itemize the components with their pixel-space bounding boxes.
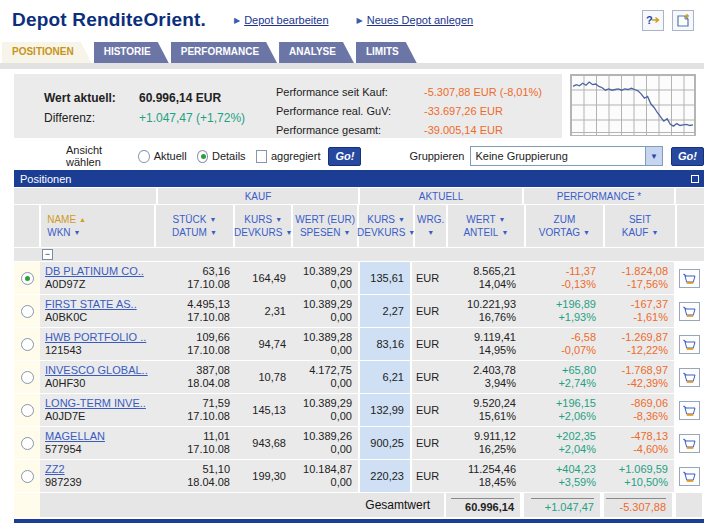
column-header-wert-spesen[interactable]: WERT (EUR) SPESEN▼ (293, 205, 357, 247)
gruppieren-selected-value: Keine Gruppierung (471, 150, 645, 162)
position-name-link[interactable]: FIRST STATE AS.. (45, 298, 153, 311)
seit-kauf-pct-value: -17,56% (627, 278, 668, 291)
new-depot-icon[interactable] (672, 10, 694, 31)
checkbox-aggregiert-label[interactable]: aggregiert (271, 150, 321, 162)
footer-spacer (14, 493, 40, 517)
order-basket-button[interactable] (679, 302, 700, 321)
gruppieren-select[interactable]: Keine Gruppierung ▼ (470, 146, 663, 166)
order-basket-button[interactable] (679, 434, 700, 453)
help-arrow-glyph: ? (645, 13, 661, 27)
kurs-aktuell-value: 83,16 (376, 338, 404, 351)
go-button-gruppieren[interactable]: Go! (671, 147, 704, 166)
tab-analyse[interactable]: ANALYSE (279, 42, 354, 63)
tab-historie[interactable]: HISTORIE (94, 42, 169, 63)
column-header-wert-anteil[interactable]: WERT▼ ANTEIL▼ (448, 205, 524, 247)
kurs-aktuell-value: 2,27 (383, 305, 404, 318)
row-select-radio[interactable] (21, 404, 34, 417)
radio-aktuell-label[interactable]: Aktuell (154, 150, 187, 162)
order-basket-button[interactable] (679, 269, 700, 288)
collapse-panel-icon[interactable] (691, 175, 699, 183)
link-neues-depot[interactable]: ▶ Neues Depot anlegen (357, 14, 474, 26)
basket-icon (682, 338, 697, 351)
order-basket-button[interactable] (679, 467, 700, 486)
collapse-group-icon[interactable]: − (42, 249, 53, 260)
anteil-value: 14,04% (479, 278, 516, 291)
row-select-radio[interactable] (21, 272, 34, 285)
go-button-ansicht[interactable]: Go! (328, 147, 361, 166)
column-header-wrg[interactable]: WRG. ▼ (415, 205, 446, 247)
sort-desc-icon: ▼ (74, 226, 81, 239)
anteil-value: 14,95% (479, 344, 516, 357)
wert-kauf-value: 4.172,75 (309, 364, 352, 377)
column-header-kurs-devkurs-aktuell[interactable]: KURS▼ DEVKURS▼ (359, 205, 413, 247)
seit-kauf-abs-value: +1.069,59 (619, 463, 668, 476)
sort-desc-icon: ▼ (285, 226, 292, 239)
link-depot-bearbeiten-label[interactable]: Depot bearbeiten (244, 14, 328, 26)
kurs-aktuell-value: 132,99 (370, 404, 404, 417)
header-radio-spacer (14, 205, 39, 247)
position-name-link[interactable]: DB PLATINUM CO.. (45, 265, 153, 278)
tab-positionen[interactable]: POSITIONEN (2, 42, 92, 63)
column-header-seit-kauf[interactable]: SEIT KAUF▼ (605, 205, 675, 247)
waehrung-value: EUR (416, 404, 444, 417)
column-header-stueck-datum[interactable]: STÜCK▼ DATUM▼ (156, 205, 233, 247)
sort-desc-icon: ▼ (343, 226, 350, 239)
arrow-right-icon: ▶ (357, 16, 363, 25)
radio-aktuell[interactable] (138, 150, 149, 163)
checkbox-aggregiert[interactable] (256, 150, 267, 163)
order-basket-button[interactable] (679, 335, 700, 354)
row-select-radio[interactable] (21, 371, 34, 384)
vortag-abs-value: +196,15 (556, 397, 596, 410)
footer-spacer (674, 493, 702, 517)
header-kurs-label: KURS (244, 213, 272, 226)
link-depot-bearbeiten[interactable]: ▶ Depot bearbeiten (234, 14, 329, 26)
order-basket-button[interactable] (679, 368, 700, 387)
seit-kauf-abs-value: -1.824,08 (622, 265, 668, 278)
perf-seit-kauf-value: -5.307,88 EUR (-8,01%) (424, 83, 542, 102)
position-name-link[interactable]: HWB PORTFOLIO .. (45, 331, 153, 344)
link-neues-depot-label[interactable]: Neues Depot anlegen (367, 14, 473, 26)
stueck-value: 387,08 (196, 364, 230, 377)
datum-value: 17.10.08 (187, 311, 230, 324)
header-zum-label: ZUM (554, 213, 576, 226)
row-select-radio[interactable] (21, 470, 34, 483)
gesamt-vortag-value: +1.047,47 (531, 498, 594, 513)
kurs-aktuell-value: 220,23 (370, 470, 404, 483)
header-datum-label: DATUM (172, 226, 207, 239)
radio-details-label[interactable]: Details (212, 150, 246, 162)
sparkline-svg (571, 75, 695, 135)
waehrung-value: EUR (416, 371, 444, 384)
position-name-link[interactable]: ZZ2 (45, 463, 153, 476)
row-select-radio[interactable] (21, 305, 34, 318)
tab-performance[interactable]: PERFORMANCE (171, 42, 277, 63)
group-collapse-row: − (14, 248, 704, 261)
header-wrg-label: WRG. (417, 213, 444, 226)
help-icon[interactable]: ? (642, 10, 664, 31)
summary-section: Wert aktuell: 60.996,14 EUR Differenz: +… (0, 69, 704, 142)
position-name-link[interactable]: MAGELLAN (45, 430, 153, 443)
column-header-kurs-devkurs-kauf[interactable]: KURS▼ DEVKURS▼ (235, 205, 291, 247)
anteil-value: 16,25% (479, 443, 516, 456)
table-row: HWB PORTFOLIO .. 121543 109,66 17.10.08 … (14, 328, 704, 360)
header-seit-label: SEIT (629, 213, 651, 226)
radio-details[interactable] (197, 150, 208, 163)
column-header-name-wkn[interactable]: NAME▲ WKN▼ (41, 205, 154, 247)
spesen-value: 0,00 (331, 278, 352, 291)
chevron-down-icon[interactable]: ▼ (645, 147, 662, 165)
basket-icon (682, 371, 697, 384)
vortag-pct-value: +1,93% (558, 311, 596, 324)
position-wkn: A0BK0C (45, 311, 156, 324)
column-group-row: KAUF AKTUELL PERFORMANCE * (14, 188, 704, 204)
seit-kauf-pct-value: -1,61% (633, 311, 668, 324)
position-name-link[interactable]: LONG-TERM INVE.. (45, 397, 153, 410)
order-basket-button[interactable] (679, 401, 700, 420)
header-basket-spacer (677, 205, 704, 247)
header-kurs-aktuell-label: KURS (367, 213, 395, 226)
row-select-radio[interactable] (21, 437, 34, 450)
position-name-link[interactable]: INVESCO GLOBAL.. (45, 364, 153, 377)
waehrung-value: EUR (416, 437, 444, 450)
row-select-radio[interactable] (21, 338, 34, 351)
column-header-zum-vortag[interactable]: ZUM VORTAG▼ (526, 205, 603, 247)
tab-limits[interactable]: LIMITS (356, 42, 417, 63)
seit-kauf-pct-value: -42,39% (627, 377, 668, 390)
